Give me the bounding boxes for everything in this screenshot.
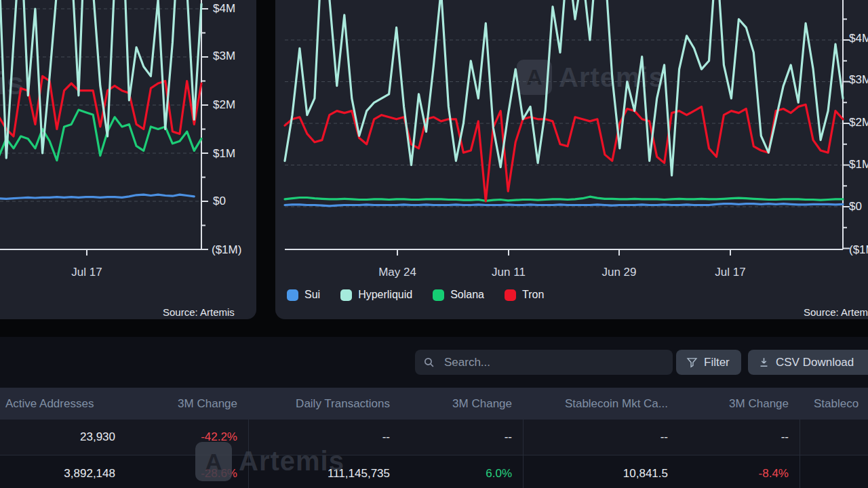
hyperliquid-swatch-icon (340, 289, 352, 301)
right-y-label: $1M (849, 158, 868, 171)
right-y-label: $4M (849, 32, 868, 45)
tron-swatch-icon (505, 289, 516, 301)
left-y-label: $1M (213, 147, 235, 161)
col-header-3m-change[interactable]: 3M Change (401, 388, 523, 420)
cell-3m-change: 6.0% (401, 455, 523, 488)
left-y-label: $0 (213, 195, 226, 208)
search-box (415, 350, 673, 375)
download-icon (758, 357, 770, 368)
col-header-3m-change[interactable]: 3M Change (679, 388, 800, 420)
filter-button[interactable]: Filter (676, 350, 741, 375)
filter-label: Filter (704, 356, 730, 369)
solana-swatch-icon (433, 289, 444, 301)
col-header-3m-change[interactable]: 3M Change (126, 388, 248, 420)
cell-active-addresses: 3,892,148 (0, 455, 126, 488)
metrics-table: Active Addresses 3M Change Daily Transac… (0, 388, 868, 488)
artemis-logo-icon: A (195, 442, 232, 481)
cell-3m-change: -- (401, 420, 523, 455)
csv-download-button[interactable]: CSV Download (748, 350, 868, 375)
legend-label: Solana (450, 289, 484, 301)
sui-swatch-icon (287, 289, 298, 301)
legend-item-solana[interactable]: Solana (433, 289, 484, 301)
right-x-label: Jun 29 (601, 266, 636, 279)
left-source-label: Source: Artemis (163, 306, 235, 318)
left-y-label: ($1M) (212, 243, 241, 257)
col-header-stablecoin-mkt-cap[interactable]: Stablecoin Mkt Ca... (523, 388, 679, 420)
left-x-label: Jul 17 (71, 266, 102, 279)
right-source-label: Source: Artemis (804, 306, 868, 318)
cell-active-addresses: 23,930 (0, 420, 126, 455)
cell-3m-change: -- (679, 420, 800, 455)
left-y-label: $3M (213, 49, 235, 63)
table-header-row: Active Addresses 3M Change Daily Transac… (0, 388, 868, 420)
cell-stablecoin-mkt-cap: -- (523, 420, 679, 455)
filter-icon (686, 357, 698, 368)
table-row[interactable]: 23,930 -42.2% -- -- -- -- (0, 420, 868, 455)
col-header-active-addresses[interactable]: Active Addresses (0, 388, 126, 420)
right-y-label: $2M (849, 116, 868, 129)
legend-label: Hyperliquid (358, 289, 412, 301)
legend-label: Tron (522, 289, 544, 301)
legend-item-sui[interactable]: Sui (287, 289, 320, 301)
right-chart[interactable] (275, 0, 868, 320)
cell-stablecoin (800, 420, 868, 455)
cell-3m-change: -8.4% (679, 455, 800, 488)
watermark-artemis-table: Artemis (239, 446, 344, 476)
legend-item-tron[interactable]: Tron (505, 289, 544, 301)
table-row[interactable]: 3,892,148 -28.6% 111,145,735 6.0% 10,841… (0, 455, 868, 488)
search-input[interactable] (443, 355, 665, 370)
legend-label: Sui (304, 289, 320, 301)
right-y-label: ($1M) (849, 243, 868, 257)
cell-stablecoin (800, 455, 868, 488)
right-x-label: May 24 (378, 266, 416, 279)
right-x-label: Jul 17 (715, 266, 745, 279)
col-header-daily-transactions[interactable]: Daily Transactions (248, 388, 401, 420)
search-icon (423, 357, 435, 368)
chart-legend: Sui Hyperliquid Solana Tron (287, 289, 544, 301)
left-y-label: $2M (213, 98, 235, 112)
left-y-label: $4M (213, 2, 235, 16)
legend-item-hyperliquid[interactable]: Hyperliquid (340, 289, 412, 301)
right-y-label: $3M (849, 73, 868, 87)
right-y-label: $0 (849, 200, 862, 214)
app-root: Artemis A Artemis $4M $3M $2M $1M $0 ($1… (0, 0, 868, 488)
cell-stablecoin-mkt-cap: 10,841.5 (523, 455, 679, 488)
csv-download-label: CSV Download (776, 356, 854, 369)
col-header-stablecoin[interactable]: Stableco (800, 388, 868, 420)
right-x-label: Jun 11 (492, 266, 526, 279)
